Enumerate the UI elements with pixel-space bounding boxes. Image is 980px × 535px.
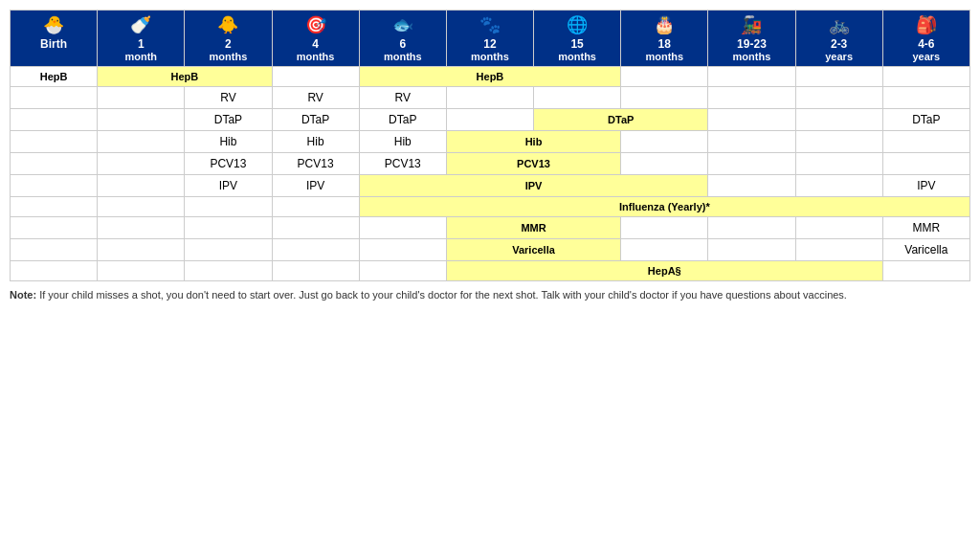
- pcv13-12-15mo: PCV13: [446, 153, 620, 175]
- rv-15mo: [534, 87, 621, 109]
- influenza-row: Influenza (Yearly)*: [11, 197, 970, 217]
- varicella-18mo: [621, 239, 708, 261]
- varicella-4-6yr: Varicella: [882, 239, 969, 261]
- rv-18mo: [621, 87, 708, 109]
- ipv-2mo: IPV: [185, 175, 272, 197]
- rv-4-6yr: [882, 87, 969, 109]
- mmr-4mo: [272, 217, 359, 239]
- rv-row: RV RV RV: [11, 87, 970, 109]
- header-4-6yr: 🎒 4-6 years: [882, 11, 969, 67]
- header-15mo: 🌐 15 months: [534, 11, 621, 67]
- header-19-23mo: 🚂 19-23 months: [708, 11, 795, 67]
- hepa-birth: [11, 261, 98, 281]
- hepb-1-2mo: HepB: [98, 67, 272, 87]
- mmr-4-6yr: MMR: [882, 217, 969, 239]
- header-2mo: 🐥 2 months: [185, 11, 272, 67]
- hepa-4-6yr: [882, 261, 969, 281]
- hepb-4mo: [272, 67, 359, 87]
- hepa-6mo: [359, 261, 446, 281]
- hib-4-6yr: [882, 131, 969, 153]
- pcv13-row: PCV13 PCV13 PCV13 PCV13: [11, 153, 970, 175]
- influenza-birth: [11, 197, 98, 217]
- hepa-12mo-plus: HepA§: [446, 261, 882, 281]
- varicella-2-3yr: [795, 239, 882, 261]
- hib-row: Hib Hib Hib Hib: [11, 131, 970, 153]
- rv-12mo: [446, 87, 533, 109]
- varicella-1mo: [98, 239, 185, 261]
- ipv-4-6yr: IPV: [882, 175, 969, 197]
- pcv13-19-23mo: [708, 153, 795, 175]
- vaccine-schedule-table: 🐣 Birth 🍼 1 month 🐥 2 months 🎯 4 months …: [10, 10, 970, 281]
- header-12mo: 🐾 12 months: [446, 11, 533, 67]
- header-2-3yr: 🚲 2-3 years: [795, 11, 882, 67]
- ipv-4mo: IPV: [272, 175, 359, 197]
- hepb-6-15mo: HepB: [359, 67, 621, 87]
- hib-2-3yr: [795, 131, 882, 153]
- header-6mo: 🐟 6 months: [359, 11, 446, 67]
- hib-12-15mo: Hib: [446, 131, 620, 153]
- note-text: Note: If your child misses a shot, you d…: [10, 289, 847, 301]
- ipv-birth: [11, 175, 98, 197]
- ipv-row: IPV IPV IPV IPV: [11, 175, 970, 197]
- dtap-15-18mo: DTaP: [534, 109, 708, 131]
- dtap-row: DTaP DTaP DTaP DTaP DTaP: [11, 109, 970, 131]
- influenza-4mo: [272, 197, 359, 217]
- dtap-1mo: [98, 109, 185, 131]
- dtap-4mo: DTaP: [272, 109, 359, 131]
- influenza-1mo: [98, 197, 185, 217]
- pcv13-4-6yr: [882, 153, 969, 175]
- hib-18mo: [621, 131, 708, 153]
- influenza-6mo-plus: Influenza (Yearly)*: [359, 197, 969, 217]
- hib-4mo: Hib: [272, 131, 359, 153]
- mmr-birth: [11, 217, 98, 239]
- rv-19-23mo: [708, 87, 795, 109]
- rv-2mo: RV: [185, 87, 272, 109]
- rv-1mo: [98, 87, 185, 109]
- hepb-19-23mo: [708, 67, 795, 87]
- hepb-row: HepB HepB HepB: [11, 67, 970, 87]
- pcv13-18mo: [621, 153, 708, 175]
- hib-19-23mo: [708, 131, 795, 153]
- varicella-2mo: [185, 239, 272, 261]
- mmr-19-23mo: [708, 217, 795, 239]
- varicella-row: Varicella Varicella: [11, 239, 970, 261]
- dtap-2mo: DTaP: [185, 109, 272, 131]
- mmr-row: MMR MMR: [11, 217, 970, 239]
- pcv13-2mo: PCV13: [185, 153, 272, 175]
- hib-1mo: [98, 131, 185, 153]
- mmr-18mo: [621, 217, 708, 239]
- header-birth: 🐣 Birth: [11, 11, 98, 67]
- dtap-6mo: DTaP: [359, 109, 446, 131]
- varicella-12-15mo: Varicella: [446, 239, 620, 261]
- rv-4mo: RV: [272, 87, 359, 109]
- mmr-12-15mo: MMR: [446, 217, 620, 239]
- ipv-19-23mo: [708, 175, 795, 197]
- dtap-2-3yr: [795, 109, 882, 131]
- ipv-1mo: [98, 175, 185, 197]
- hepb-2-3yr: [795, 67, 882, 87]
- hib-6mo: Hib: [359, 131, 446, 153]
- pcv13-1mo: [98, 153, 185, 175]
- hepa-row: HepA§: [11, 261, 970, 281]
- hepb-18mo: [621, 67, 708, 87]
- hepa-1mo: [98, 261, 185, 281]
- mmr-6mo: [359, 217, 446, 239]
- ipv-2-3yr: [795, 175, 882, 197]
- dtap-12mo: [446, 109, 533, 131]
- varicella-19-23mo: [708, 239, 795, 261]
- note-section: Note: If your child misses a shot, you d…: [10, 289, 970, 301]
- rv-2-3yr: [795, 87, 882, 109]
- header-1mo: 🍼 1 month: [98, 11, 185, 67]
- mmr-1mo: [98, 217, 185, 239]
- pcv13-4mo: PCV13: [272, 153, 359, 175]
- note-label: Note:: [10, 289, 36, 301]
- hepa-4mo: [272, 261, 359, 281]
- header-18mo: 🎂 18 months: [621, 11, 708, 67]
- hepb-4-6yr: [882, 67, 969, 87]
- ipv-6-18mo: IPV: [359, 175, 708, 197]
- pcv13-birth: [11, 153, 98, 175]
- hepa-2mo: [185, 261, 272, 281]
- dtap-birth: [11, 109, 98, 131]
- varicella-birth: [11, 239, 98, 261]
- rv-birth: [11, 87, 98, 109]
